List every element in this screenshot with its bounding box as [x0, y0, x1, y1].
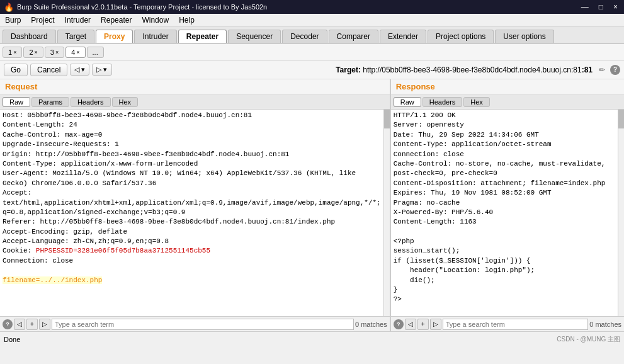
tab-project-options[interactable]: Project options	[428, 30, 494, 43]
request-tab-raw[interactable]: Raw	[3, 97, 30, 107]
nav-left-button[interactable]: ◁ ▾	[70, 64, 89, 76]
edit-target-icon[interactable]: ✏	[599, 65, 605, 74]
menu-repeater[interactable]: Repeater	[98, 16, 134, 25]
response-search-prev-button[interactable]: ◁	[405, 319, 416, 330]
request-tab-params[interactable]: Params	[31, 97, 69, 107]
menu-intruder[interactable]: Intruder	[62, 16, 93, 25]
response-tabs: Raw Headers Hex	[391, 94, 624, 110]
menu-burp[interactable]: Burp	[3, 16, 23, 25]
title-bar-text: Burp Suite Professional v2.0.11beta - Te…	[17, 3, 267, 11]
response-search-help-icon[interactable]: ?	[394, 319, 404, 329]
help-icon[interactable]: ?	[610, 65, 620, 75]
go-button[interactable]: Go	[4, 64, 28, 76]
maximize-button[interactable]: □	[596, 3, 606, 11]
request-header: Request	[0, 79, 390, 94]
watermark-text: CSDN - @MUNG 主图	[557, 335, 620, 344]
response-search-input[interactable]	[443, 319, 589, 330]
menu-window[interactable]: Window	[139, 16, 171, 25]
tab-dashboard[interactable]: Dashboard	[3, 30, 56, 43]
request-tab-hex[interactable]: Hex	[112, 97, 139, 107]
tab-user-options[interactable]: User options	[495, 30, 553, 43]
request-search-bar: ? ◁ + ▷ 0 matches	[0, 316, 390, 331]
request-scrollbar[interactable]	[383, 110, 390, 316]
response-search-next-button[interactable]: +	[417, 319, 429, 330]
main-content: Request Raw Params Headers Hex Host: 05b…	[0, 79, 624, 331]
menu-bar: Burp Project Intruder Repeater Window He…	[0, 14, 624, 26]
cancel-button[interactable]: Cancel	[30, 64, 67, 76]
status-text: Done	[4, 336, 20, 343]
tab-target[interactable]: Target	[57, 30, 94, 43]
response-tab-hex[interactable]: Hex	[463, 97, 490, 107]
response-search-bar: ? ◁ + ▷ 0 matches	[391, 316, 624, 331]
sub-tab-1[interactable]: 1 ×	[3, 47, 22, 58]
minimize-button[interactable]: —	[579, 3, 591, 11]
request-matches-label: 0 matches	[355, 321, 387, 328]
status-bar: Done CSDN - @MUNG 主图	[0, 331, 624, 346]
request-search-help-icon[interactable]: ?	[3, 319, 13, 329]
request-search-next-button[interactable]: +	[26, 319, 38, 330]
toolbar: Go Cancel ◁ ▾ ▷ ▾ Target: http://05bb0ff…	[0, 60, 624, 79]
title-bar: 🔥 Burp Suite Professional v2.0.11beta - …	[0, 0, 624, 14]
request-content: Host: 05bb0ff8-bee3-4698-9bee-f3e8b0dc4b…	[0, 110, 390, 316]
response-body[interactable]: HTTP/1.1 200 OK Server: openresty Date: …	[394, 111, 621, 305]
tab-comparer[interactable]: Comparer	[329, 30, 378, 43]
response-matches-label: 0 matches	[589, 321, 621, 328]
sub-tab-2[interactable]: 2 ×	[23, 47, 43, 58]
sub-tab-3[interactable]: 3 ×	[45, 47, 64, 58]
sub-tab-more[interactable]: ...	[87, 47, 104, 58]
request-tab-headers[interactable]: Headers	[71, 97, 111, 107]
tab-decoder[interactable]: Decoder	[282, 30, 327, 43]
tab-proxy[interactable]: Proxy	[96, 30, 133, 43]
tab-extender[interactable]: Extender	[380, 30, 426, 43]
response-tab-headers[interactable]: Headers	[423, 97, 463, 107]
main-tab-bar: Dashboard Target Proxy Intruder Repeater…	[0, 26, 624, 44]
request-search-prev-button[interactable]: ◁	[14, 319, 25, 330]
tab-repeater[interactable]: Repeater	[178, 30, 227, 43]
menu-help[interactable]: Help	[176, 16, 197, 25]
request-panel: Request Raw Params Headers Hex Host: 05b…	[0, 79, 391, 331]
sub-tab-4[interactable]: 4 ×	[65, 47, 85, 58]
response-header: Response	[391, 79, 624, 94]
response-search-forward-button[interactable]: ▷	[430, 319, 441, 330]
menu-project[interactable]: Project	[28, 16, 57, 25]
status-right: CSDN - @MUNG 主图	[557, 335, 620, 344]
request-body[interactable]: Host: 05bb0ff8-bee3-4698-9bee-f3e8b0dc4b…	[3, 111, 387, 285]
request-search-forward-button[interactable]: ▷	[39, 319, 50, 330]
app-icon: 🔥	[4, 3, 14, 12]
nav-right-button[interactable]: ▷ ▾	[92, 64, 111, 76]
request-search-input[interactable]	[52, 319, 354, 330]
response-scrollbar[interactable]	[618, 110, 624, 316]
request-tabs: Raw Params Headers Hex	[0, 94, 390, 110]
tab-intruder[interactable]: Intruder	[134, 30, 176, 43]
sub-tab-bar: 1 × 2 × 3 × 4 × ...	[0, 44, 624, 60]
target-info: Target: http://05bb0ff8-bee3-4698-9bee-f…	[336, 65, 593, 74]
tab-sequencer[interactable]: Sequencer	[228, 30, 281, 43]
close-button[interactable]: ×	[611, 3, 620, 11]
response-panel: Response Raw Headers Hex HTTP/1.1 200 OK…	[391, 79, 624, 331]
window-controls: — □ ×	[579, 3, 620, 11]
response-tab-raw[interactable]: Raw	[394, 97, 421, 107]
response-content: HTTP/1.1 200 OK Server: openresty Date: …	[391, 110, 624, 316]
